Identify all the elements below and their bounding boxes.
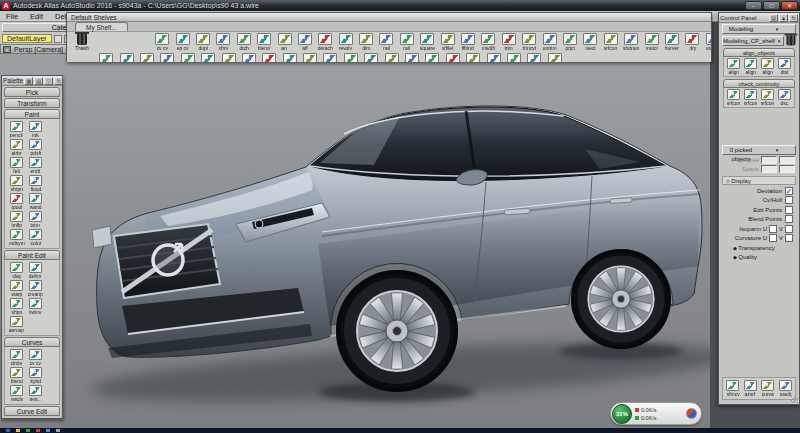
cp-tool[interactable]: dtst (776, 58, 793, 75)
shelf-tool[interactable] (239, 53, 259, 62)
cp-tool[interactable]: srfcon (759, 89, 776, 106)
palette-tool[interactable]: airbr (7, 139, 26, 156)
tab-pick[interactable]: Pick (4, 87, 60, 97)
display-u-checkbox[interactable] (769, 225, 777, 233)
cp-tool[interactable]: srfcon (742, 89, 759, 106)
shelf-tool[interactable]: square (417, 33, 437, 51)
shelf-tool[interactable] (178, 53, 198, 62)
cp-tool[interactable]: align (725, 58, 742, 75)
default-layer-chip[interactable]: DefaultLayer (2, 34, 52, 43)
palette-tool[interactable]: kybd (26, 367, 45, 384)
modeling-dropdown[interactable]: Modeling ▾ (722, 24, 796, 34)
shelf-tool[interactable] (483, 53, 503, 62)
display-u-checkbox[interactable] (769, 234, 777, 242)
cp-tool[interactable]: curva (759, 380, 777, 397)
shelf-tool[interactable] (341, 53, 361, 62)
degree-field-u[interactable] (761, 156, 777, 164)
display-section-header[interactable]: Display (722, 176, 796, 185)
control-panel-window[interactable]: Control Panel ▤▲↻ Modeling ▾ Modeling_CP… (718, 12, 800, 405)
display-option-checkbox[interactable] (785, 206, 793, 214)
shelf-tool[interactable] (137, 53, 157, 62)
taskbar-app-icon[interactable] (46, 429, 50, 432)
control-panel-titlebar-button[interactable]: ▲ (779, 14, 788, 22)
palette-tool[interactable]: warp (7, 280, 26, 297)
shelf-tool[interactable]: trmcvt (519, 33, 539, 51)
display-option-checkbox[interactable] (785, 196, 793, 204)
picked-objects-dropdown[interactable]: 0 picked objects ▾ (722, 145, 796, 155)
shelf-tool[interactable]: trim (499, 33, 519, 51)
menu-edit[interactable]: Edit (24, 12, 49, 21)
shelf-tool[interactable]: rail (397, 33, 417, 51)
control-panel-titlebar-button[interactable]: ↻ (789, 14, 798, 22)
shelf-tool[interactable]: xfrm (213, 33, 233, 51)
cp-tool[interactable]: align (742, 58, 759, 75)
palette-tool[interactable]: cmanp (26, 280, 45, 297)
cp-trash-icon[interactable] (787, 36, 796, 46)
viewport-window-icon[interactable]: ✕ (3, 46, 11, 53)
tab-check-continuity[interactable]: check_continuity (723, 79, 795, 88)
shelf-trash[interactable]: Trash (70, 32, 94, 62)
shelf-tool[interactable]: rail (376, 33, 396, 51)
shelf-tool[interactable] (545, 53, 565, 62)
tab-curves[interactable]: Curves (4, 337, 60, 347)
shelf-tool[interactable] (198, 53, 218, 62)
taskbar-app-icon[interactable] (6, 429, 10, 432)
palette-window[interactable]: Palette ▦▤▽↻ Pick Transform Paint pencil… (1, 75, 63, 419)
shelf-tool[interactable]: msdift (478, 33, 498, 51)
display-option-checkbox[interactable] (785, 215, 793, 223)
shelf-tool[interactable] (300, 53, 320, 62)
resize-grip[interactable] (791, 396, 798, 403)
palette-titlebar-button[interactable]: ↻ (54, 77, 63, 85)
control-panel-titlebar-button[interactable]: ▤ (769, 14, 778, 22)
menu-file[interactable]: File (0, 12, 24, 21)
shelf-tool[interactable] (381, 53, 401, 62)
shelf-tool[interactable]: dry (682, 33, 702, 51)
shelf-tool[interactable] (361, 53, 381, 62)
transparency-section[interactable]: Transparency (733, 245, 799, 251)
palette-tool[interactable]: aerosp (7, 316, 26, 333)
shelf-tool[interactable]: aff (295, 33, 315, 51)
shelf-tool[interactable]: untrim (539, 33, 559, 51)
windows-taskbar[interactable] (0, 428, 800, 433)
shelf-tool[interactable]: dtch (234, 33, 254, 51)
palette-tool[interactable]: nwcls (7, 385, 26, 402)
shelf-tool[interactable] (463, 53, 483, 62)
palette-tool[interactable]: flood (26, 175, 45, 192)
shelf-tool[interactable]: an (274, 33, 294, 51)
shelf-tool[interactable]: shdnon (621, 33, 641, 51)
palette-titlebar-button[interactable]: ▦ (24, 77, 33, 85)
taskbar-app-icon[interactable] (36, 429, 40, 432)
palette-tool[interactable]: imflp (7, 211, 26, 228)
shelf-tool[interactable]: mutcl (641, 33, 661, 51)
shelf-tool[interactable]: revolv (336, 33, 356, 51)
palette-tool[interactable]: txtm (26, 211, 45, 228)
shelf-tool[interactable] (504, 53, 524, 62)
shelf-tool[interactable] (259, 53, 279, 62)
shelf-tool[interactable] (116, 53, 136, 62)
shelf-tool[interactable] (218, 53, 238, 62)
shelf-tool[interactable]: dupl (193, 33, 213, 51)
taskbar-app-icon[interactable] (56, 429, 60, 432)
tab-align-objects[interactable]: align_objects (723, 48, 795, 57)
palette-tool[interactable]: shpn (7, 298, 26, 315)
layer-toggle-box[interactable] (54, 35, 62, 43)
palette-tool[interactable]: color (26, 229, 45, 246)
shelf-tool[interactable]: srfilet (437, 33, 457, 51)
palette-tool[interactable]: circle (7, 349, 26, 366)
palette-tool[interactable]: defrm (26, 262, 45, 279)
shelf-tool[interactable] (524, 53, 544, 62)
shelf-tool[interactable]: detach (315, 33, 335, 51)
shelf-tool[interactable]: dirs (356, 33, 376, 51)
taskbar-app-icon[interactable] (16, 429, 20, 432)
cp-shelf-dropdown[interactable]: Modeling_CP_shelf ▾ (722, 36, 784, 46)
tab-paint-edit[interactable]: Paint Edit (4, 250, 60, 260)
palette-tool[interactable]: ersft (26, 157, 45, 174)
shelf-tool[interactable]: ep cv (172, 33, 192, 51)
shelf-tool[interactable]: srfcon (601, 33, 621, 51)
palette-tool[interactable]: pencil (7, 121, 26, 138)
control-panel-titlebar[interactable]: Control Panel ▤▲↻ (719, 13, 799, 23)
shelf-tool[interactable] (443, 53, 463, 62)
shelf-tool[interactable] (402, 53, 422, 62)
palette-tool[interactable]: felt (7, 157, 26, 174)
perspective-viewport[interactable]: 31% 0.0K/s 0.0K/s (0, 54, 710, 428)
